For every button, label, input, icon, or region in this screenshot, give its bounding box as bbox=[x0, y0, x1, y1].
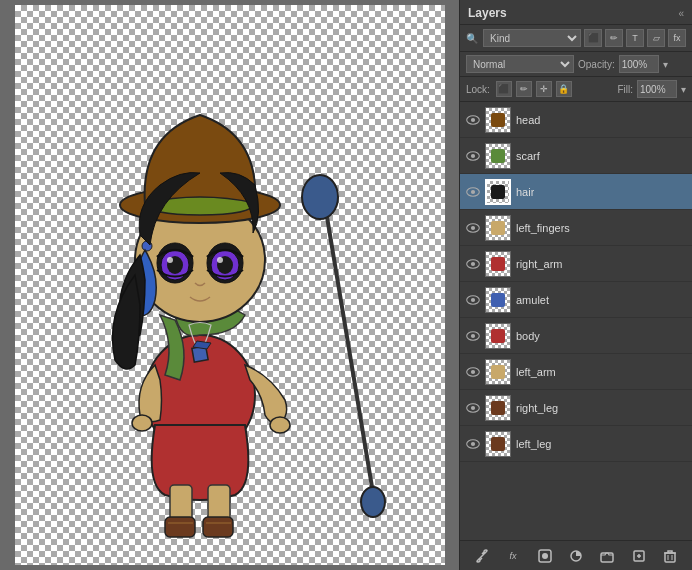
layer-visibility-toggle[interactable] bbox=[464, 363, 482, 381]
layer-visibility-toggle[interactable] bbox=[464, 255, 482, 273]
layer-name-label: left_fingers bbox=[516, 222, 570, 234]
layers-list[interactable]: head scarf hair left_fingers right_arm a… bbox=[460, 102, 692, 540]
new-adjustment-btn[interactable] bbox=[565, 545, 587, 567]
pixel-filter-btn[interactable]: ⬛ bbox=[584, 29, 602, 47]
layer-thumbnail bbox=[485, 215, 511, 241]
layers-bottom-toolbar: fx bbox=[460, 540, 692, 570]
layer-visibility-toggle[interactable] bbox=[464, 219, 482, 237]
svg-point-32 bbox=[471, 189, 475, 193]
panel-title: Layers bbox=[468, 6, 507, 20]
layer-item[interactable]: left_arm bbox=[460, 354, 692, 390]
blend-mode-row: Normal Opacity: ▾ bbox=[460, 52, 692, 77]
add-mask-btn[interactable] bbox=[534, 545, 556, 567]
panel-header: Layers « bbox=[460, 0, 692, 25]
lock-label: Lock: bbox=[466, 84, 490, 95]
layer-name-label: left_arm bbox=[516, 366, 556, 378]
svg-line-47 bbox=[480, 554, 484, 558]
layer-name-label: scarf bbox=[516, 150, 540, 162]
opacity-label: Opacity: bbox=[578, 59, 615, 70]
delete-layer-btn[interactable] bbox=[659, 545, 681, 567]
svg-point-36 bbox=[471, 261, 475, 265]
svg-point-49 bbox=[542, 553, 548, 559]
lock-row: Lock: ⬛ ✏ ✛ 🔒 Fill: ▾ bbox=[460, 77, 692, 102]
svg-rect-55 bbox=[665, 553, 675, 562]
lock-position-btn[interactable]: ✛ bbox=[536, 81, 552, 97]
svg-rect-6 bbox=[165, 517, 195, 537]
blend-mode-select[interactable]: Normal bbox=[466, 55, 574, 73]
layer-name-label: hair bbox=[516, 186, 534, 198]
lock-image-btn[interactable]: ✏ bbox=[516, 81, 532, 97]
character-illustration bbox=[15, 5, 445, 565]
layer-thumbnail bbox=[485, 287, 511, 313]
layer-item[interactable]: left_fingers bbox=[460, 210, 692, 246]
layer-item[interactable]: right_leg bbox=[460, 390, 692, 426]
layer-item[interactable]: hair bbox=[460, 174, 692, 210]
svg-line-0 bbox=[325, 205, 375, 505]
svg-point-21 bbox=[167, 257, 173, 263]
layer-name-label: amulet bbox=[516, 294, 549, 306]
layer-item[interactable]: body bbox=[460, 318, 692, 354]
lock-pixels-btn[interactable]: ⬛ bbox=[496, 81, 512, 97]
brush-filter-btn[interactable]: ✏ bbox=[605, 29, 623, 47]
shape-filter-btn[interactable]: ▱ bbox=[647, 29, 665, 47]
fill-arrow-icon[interactable]: ▾ bbox=[681, 84, 686, 95]
layer-visibility-toggle[interactable] bbox=[464, 183, 482, 201]
fx-text: fx bbox=[510, 551, 517, 561]
svg-point-1 bbox=[302, 175, 338, 219]
layer-name-label: left_leg bbox=[516, 438, 551, 450]
svg-rect-7 bbox=[203, 517, 233, 537]
layer-thumbnail bbox=[485, 323, 511, 349]
layer-item[interactable]: head bbox=[460, 102, 692, 138]
svg-point-30 bbox=[471, 153, 475, 157]
layer-name-label: right_arm bbox=[516, 258, 562, 270]
svg-point-11 bbox=[270, 417, 290, 433]
add-style-btn[interactable]: fx bbox=[502, 545, 524, 567]
text-filter-btn[interactable]: T bbox=[626, 29, 644, 47]
fx-filter-btn[interactable]: fx bbox=[668, 29, 686, 47]
svg-point-46 bbox=[471, 441, 475, 445]
svg-point-42 bbox=[471, 369, 475, 373]
layer-item[interactable]: amulet bbox=[460, 282, 692, 318]
filter-row: 🔍 Kind ⬛ ✏ T ▱ fx bbox=[460, 25, 692, 52]
layer-thumbnail bbox=[485, 395, 511, 421]
layer-visibility-toggle[interactable] bbox=[464, 435, 482, 453]
search-icon: 🔍 bbox=[466, 33, 478, 44]
svg-point-2 bbox=[361, 487, 385, 517]
layer-name-label: head bbox=[516, 114, 540, 126]
svg-point-28 bbox=[471, 117, 475, 121]
layer-thumbnail bbox=[485, 179, 511, 205]
svg-point-10 bbox=[132, 415, 152, 431]
collapse-icon[interactable]: « bbox=[678, 8, 684, 19]
svg-point-44 bbox=[471, 405, 475, 409]
kind-filter-select[interactable]: Kind bbox=[483, 29, 581, 47]
svg-rect-51 bbox=[601, 553, 613, 562]
link-layers-btn[interactable] bbox=[471, 545, 493, 567]
layers-panel: Layers « 🔍 Kind ⬛ ✏ T ▱ fx Normal Opacit… bbox=[459, 0, 692, 570]
fill-input[interactable] bbox=[637, 80, 677, 98]
fill-label: Fill: bbox=[617, 84, 633, 95]
svg-point-38 bbox=[471, 297, 475, 301]
layer-item[interactable]: left_leg bbox=[460, 426, 692, 462]
layer-visibility-toggle[interactable] bbox=[464, 399, 482, 417]
opacity-arrow-icon[interactable]: ▾ bbox=[663, 59, 668, 70]
layer-item[interactable]: scarf bbox=[460, 138, 692, 174]
layer-thumbnail bbox=[485, 143, 511, 169]
layer-thumbnail bbox=[485, 107, 511, 133]
canvas-area bbox=[0, 0, 459, 570]
new-layer-btn[interactable] bbox=[628, 545, 650, 567]
svg-point-34 bbox=[471, 225, 475, 229]
lock-all-btn[interactable]: 🔒 bbox=[556, 81, 572, 97]
svg-point-25 bbox=[217, 257, 223, 263]
layer-name-label: right_leg bbox=[516, 402, 558, 414]
layer-visibility-toggle[interactable] bbox=[464, 147, 482, 165]
canvas-checker bbox=[15, 5, 445, 565]
opacity-input[interactable] bbox=[619, 55, 659, 73]
new-group-btn[interactable] bbox=[596, 545, 618, 567]
layer-thumbnail bbox=[485, 251, 511, 277]
layer-visibility-toggle[interactable] bbox=[464, 111, 482, 129]
layer-item[interactable]: right_arm bbox=[460, 246, 692, 282]
panel-controls: « bbox=[678, 8, 684, 19]
layer-visibility-toggle[interactable] bbox=[464, 291, 482, 309]
layer-visibility-toggle[interactable] bbox=[464, 327, 482, 345]
layer-thumbnail bbox=[485, 359, 511, 385]
